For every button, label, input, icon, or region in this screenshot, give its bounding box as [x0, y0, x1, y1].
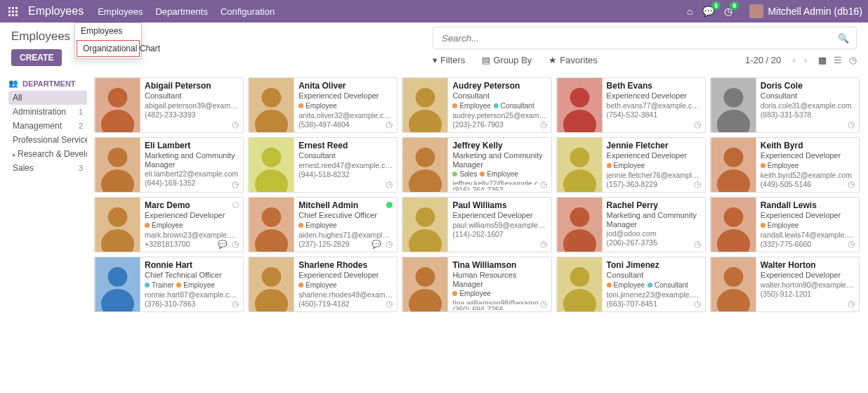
- pager-range: 1-20 / 20: [745, 55, 781, 65]
- tag: Employee: [145, 221, 183, 229]
- view-list[interactable]: ☰: [834, 55, 842, 65]
- user-menu[interactable]: Mitchell Admin (db16): [749, 4, 862, 18]
- employee-tags: Employee: [452, 290, 546, 297]
- tag: Employee: [761, 162, 798, 169]
- activity-clock-icon[interactable]: ◷: [232, 120, 239, 129]
- employee-card[interactable]: Mitchell Admin Chief Executive Officer E…: [248, 197, 397, 252]
- employee-card[interactable]: Jeffrey Kelly Marketing and Community Ma…: [402, 137, 551, 193]
- filters-button[interactable]: ▾Filters: [433, 55, 465, 65]
- activity-clock-icon[interactable]: ◷: [386, 120, 393, 129]
- home-icon[interactable]: ⌂: [687, 6, 692, 17]
- employee-tags: Employee: [145, 221, 239, 229]
- view-activity[interactable]: ◷: [849, 55, 857, 65]
- employee-card[interactable]: Abigail Peterson Consultant abigail.pete…: [94, 77, 244, 133]
- employee-email: aiden.hughes71@example.com: [298, 231, 393, 239]
- activity-clock-icon[interactable]: ◷: [232, 299, 239, 309]
- employee-card[interactable]: Paul Williams Experienced Developer paul…: [402, 197, 551, 252]
- employee-card[interactable]: Walter Horton Experienced Developer walt…: [710, 257, 860, 312]
- employee-email: jennie.fletcher76@example.com: [607, 171, 701, 179]
- employee-card[interactable]: Eli Lambert Marketing and Community Mana…: [94, 137, 244, 193]
- activity-icon[interactable]: ◷8: [724, 6, 732, 17]
- nav-item-departments[interactable]: Departments: [155, 6, 207, 17]
- activity-clock-icon[interactable]: ◷: [540, 179, 547, 189]
- employee-card[interactable]: Rachel Perry Marketing and Community Man…: [556, 197, 706, 252]
- pager-next[interactable]: ›: [801, 55, 810, 65]
- app-title[interactable]: Employees: [28, 5, 84, 18]
- chat-icon[interactable]: 💬: [218, 240, 228, 249]
- submenu-item-employees[interactable]: Employees: [75, 23, 141, 39]
- svg-point-1: [108, 88, 128, 108]
- create-button[interactable]: CREATE: [11, 49, 62, 66]
- employee-name: Paul Williams: [452, 200, 546, 210]
- svg-point-28: [723, 148, 743, 167]
- activity-clock-icon[interactable]: ◷: [848, 179, 855, 189]
- activity-clock-icon[interactable]: ◷: [540, 299, 547, 309]
- nav-item-configuration[interactable]: Configuration: [221, 6, 275, 17]
- employee-tags: Employee: [298, 281, 393, 289]
- activity-clock-icon[interactable]: ◷: [694, 179, 701, 189]
- employee-tags: SalesEmployee: [452, 170, 546, 178]
- employee-email: mark.brown23@example.com: [145, 231, 239, 239]
- employee-role: Chief Technical Officer: [145, 271, 239, 280]
- employee-card[interactable]: Keith Byrd Experienced Developer Employe…: [710, 137, 860, 193]
- employee-role: Experienced Developer: [607, 151, 701, 160]
- employee-role: Experienced Developer: [761, 211, 855, 220]
- svg-point-37: [416, 207, 435, 227]
- activity-clock-icon[interactable]: ◷: [694, 299, 701, 309]
- tag: Employee: [761, 221, 798, 229]
- activity-clock-icon[interactable]: ◷: [232, 239, 239, 249]
- apps-launcher-icon[interactable]: [6, 4, 20, 18]
- sidebar-dept-research-develop-[interactable]: ▸Research & Develop...9: [8, 147, 87, 161]
- employee-card[interactable]: Tina Williamson Human Resources Manager …: [402, 257, 551, 312]
- sidebar-dept-all[interactable]: All: [8, 91, 87, 105]
- activity-clock-icon[interactable]: ◷: [848, 239, 855, 249]
- activity-clock-icon[interactable]: ◷: [386, 239, 393, 249]
- activity-clock-icon[interactable]: ◷: [694, 239, 701, 249]
- search-box[interactable]: 🔍: [433, 27, 857, 49]
- sidebar-dept-administration[interactable]: Administration1: [8, 105, 87, 119]
- employee-card[interactable]: Marc Demo Experienced Developer Employee…: [94, 197, 244, 252]
- sidebar-dept-management[interactable]: Management2: [8, 119, 87, 133]
- employee-card[interactable]: Ronnie Hart Chief Technical Officer Trai…: [94, 257, 244, 312]
- activity-clock-icon[interactable]: ◷: [540, 120, 547, 129]
- employee-photo: [711, 257, 756, 311]
- employee-card[interactable]: Toni Jimenez Consultant EmployeeConsulta…: [556, 257, 706, 312]
- employee-card[interactable]: Sharlene Rhodes Experienced Developer Em…: [248, 257, 397, 312]
- submenu-item-organizational-chart[interactable]: Organizational Chart: [77, 40, 140, 57]
- nav-item-employees[interactable]: Employees: [98, 6, 143, 17]
- employee-card[interactable]: Anita Oliver Experienced Developer Emplo…: [248, 77, 397, 133]
- search-icon[interactable]: 🔍: [838, 33, 849, 44]
- sidebar-dept-professional-services[interactable]: Professional Services5: [8, 133, 87, 147]
- groupby-button[interactable]: ▤Group By: [482, 55, 532, 65]
- employee-card[interactable]: Randall Lewis Experienced Developer Empl…: [710, 197, 860, 252]
- tag: Sales: [452, 170, 477, 178]
- employee-photo: [557, 198, 603, 252]
- employee-card[interactable]: Doris Cole Consultant doris.cole31@examp…: [710, 77, 860, 133]
- activity-clock-icon[interactable]: ◷: [386, 299, 393, 309]
- activity-clock-icon[interactable]: ◷: [386, 179, 393, 189]
- activity-clock-icon[interactable]: ◷: [848, 299, 855, 309]
- sidebar-dept-sales[interactable]: Sales3: [8, 161, 87, 175]
- tag: Consultant: [494, 102, 534, 110]
- messaging-icon[interactable]: 💬5: [702, 6, 714, 17]
- activity-clock-icon[interactable]: ◷: [694, 120, 701, 129]
- employee-card[interactable]: Jennie Fletcher Experienced Developer Em…: [556, 137, 706, 193]
- activity-clock-icon[interactable]: ◷: [540, 239, 547, 249]
- employee-card[interactable]: Beth Evans Experienced Developer beth.ev…: [556, 77, 706, 133]
- search-input[interactable]: [440, 32, 838, 44]
- view-kanban[interactable]: ▦: [818, 55, 827, 65]
- employee-name: Audrey Peterson: [452, 81, 546, 91]
- activity-clock-icon[interactable]: ◷: [232, 179, 239, 189]
- employee-phone: (883)-331-5378: [761, 110, 855, 119]
- employee-card[interactable]: Audrey Peterson Consultant EmployeeConsu…: [402, 77, 551, 133]
- pager-prev[interactable]: ‹: [789, 55, 798, 65]
- employee-name: Ernest Reed: [298, 141, 393, 150]
- favorites-button[interactable]: ★Favorites: [548, 55, 597, 65]
- employee-role: Experienced Developer: [298, 91, 393, 101]
- employee-phone: (206)-267-3735: [607, 238, 701, 247]
- activity-clock-icon[interactable]: ◷: [848, 120, 855, 129]
- chat-icon[interactable]: 💬: [371, 240, 381, 249]
- employee-card[interactable]: Ernest Reed Consultant ernest.reed47@exa…: [248, 137, 397, 193]
- employee-role: Experienced Developer: [145, 211, 239, 220]
- employee-role: Human Resources Manager: [452, 271, 546, 288]
